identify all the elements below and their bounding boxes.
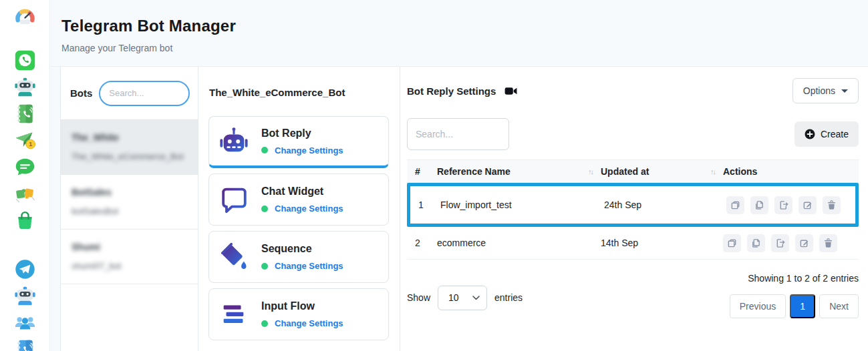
column-header-label: Reference Name — [437, 166, 511, 177]
column-header-actions: Actions — [723, 166, 859, 177]
bot-item-title: BotSales — [71, 187, 187, 198]
menu-card-input-flow[interactable]: Input Flow Change Settings — [208, 288, 389, 340]
robot-green-icon[interactable] — [14, 76, 36, 98]
duplicate-button[interactable] — [723, 234, 741, 252]
bot-list-item-selected[interactable]: The_White The_White_eCommerce_Bot — [61, 120, 198, 175]
row-number: 2 — [407, 238, 437, 248]
main-area: Telegram Bot Manager Manage your Telegra… — [50, 0, 868, 351]
export-button[interactable] — [771, 234, 789, 252]
delete-button[interactable] — [823, 196, 841, 214]
contacts-green-icon[interactable] — [14, 103, 36, 125]
options-button[interactable]: Options — [792, 78, 859, 103]
menu-card-label: Sequence — [261, 243, 343, 255]
page-size-value: 10 — [448, 292, 459, 303]
copy-icon — [754, 200, 764, 210]
whatsapp-icon[interactable] — [14, 49, 36, 71]
duplicate-icon — [730, 200, 740, 210]
column-header-updated-at[interactable]: Updated at ↑↓ — [601, 166, 723, 177]
app-icon-sidebar: 1 — [0, 0, 50, 351]
bots-label: Bots — [70, 87, 92, 99]
row-reference-name: ecommerce — [437, 238, 601, 248]
plus-circle-icon — [805, 129, 815, 139]
telegram-icon[interactable] — [14, 258, 36, 280]
robot-blue-icon[interactable] — [14, 285, 36, 307]
page-subtitle: Manage your Telegram bot — [61, 43, 868, 53]
sequence-paint-bucket-icon — [219, 242, 249, 272]
delete-button[interactable] — [819, 234, 837, 252]
duplicate-icon — [727, 238, 737, 248]
change-settings-link[interactable]: Change Settings — [275, 261, 343, 271]
table-row-highlighted[interactable]: 1 Flow_import_test 24th Sep — [407, 183, 859, 227]
bot-reply-settings-panel: Bot Reply Settings Options — [400, 67, 868, 351]
group-blue-icon[interactable] — [14, 312, 36, 334]
current-page-button[interactable]: 1 — [790, 294, 815, 318]
copy-button[interactable] — [747, 234, 765, 252]
bots-panel: Bots The_White The_White_eCommerce_Bot B… — [60, 67, 198, 351]
create-button[interactable]: Create — [794, 121, 859, 147]
change-settings-link[interactable]: Change Settings — [275, 204, 343, 214]
row-actions — [726, 196, 855, 214]
pagination: Previous 1 Next — [730, 294, 859, 318]
chevron-down-icon — [841, 89, 848, 93]
export-button[interactable] — [774, 196, 792, 214]
bot-item-title: The_White — [71, 132, 187, 143]
table-search-input[interactable] — [407, 118, 509, 150]
menu-card-label: Bot Reply — [261, 127, 343, 139]
campaign-plane-icon[interactable]: 1 — [14, 129, 36, 151]
table-row[interactable]: 2 ecommerce 14th Sep — [407, 227, 859, 260]
svg-text:1: 1 — [29, 141, 32, 147]
change-settings-link[interactable]: Change Settings — [275, 145, 343, 155]
chevron-down-icon — [472, 296, 480, 300]
bot-reply-robot-icon — [219, 126, 249, 157]
change-settings-link[interactable]: Change Settings — [275, 318, 343, 328]
export-icon — [775, 238, 785, 248]
bot-item-username: shumi07_bot — [71, 260, 187, 273]
panel-title: Bot Reply Settings — [407, 85, 496, 97]
page-title: Telegram Bot Manager — [61, 17, 868, 35]
bot-list-item[interactable]: BotSales botSalesBot — [61, 175, 198, 230]
menu-card-chat-widget[interactable]: Chat Widget Change Settings — [208, 173, 389, 226]
row-updated-at: 24th Sep — [604, 200, 726, 210]
menu-card-text: Input Flow Change Settings — [261, 300, 343, 328]
status-dot-icon — [261, 320, 268, 327]
input-flow-bars-icon — [219, 299, 249, 330]
chat-green-icon[interactable] — [14, 156, 36, 178]
row-actions — [723, 234, 859, 252]
bot-reply-table: # Reference Name ↑↓ Updated at ↑↓ Action… — [407, 159, 859, 260]
previous-page-button[interactable]: Previous — [730, 294, 786, 318]
bot-item-title: Shumi — [71, 242, 187, 252]
duplicate-button[interactable] — [726, 196, 744, 214]
copy-button[interactable] — [750, 196, 768, 214]
showing-entries-text: Showing 1 to 2 of 2 entries — [748, 273, 859, 284]
column-header-reference-name[interactable]: Reference Name ↑↓ — [437, 166, 601, 177]
next-page-button[interactable]: Next — [819, 294, 859, 318]
video-camera-icon[interactable] — [504, 86, 517, 96]
row-number: 1 — [410, 200, 440, 210]
edit-button[interactable] — [795, 234, 813, 252]
show-label: Show — [407, 292, 430, 303]
bot-menu-panel: The_White_eCommerce_Bot Bot Repl — [198, 67, 400, 351]
content-area: Bots The_White The_White_eCommerce_Bot B… — [50, 67, 868, 351]
contacts-blue-icon[interactable] — [14, 338, 36, 351]
page-size-select[interactable]: 10 — [438, 286, 487, 310]
delete-icon — [823, 238, 833, 248]
copy-icon — [751, 238, 761, 248]
edit-icon — [799, 238, 809, 248]
menu-card-bot-reply[interactable]: Bot Reply Change Settings — [208, 116, 389, 168]
sort-icon[interactable]: ↑↓ — [588, 167, 593, 176]
edit-icon — [803, 200, 813, 210]
column-header-num: # — [407, 166, 437, 177]
create-button-label: Create — [821, 129, 849, 139]
delete-icon — [827, 200, 837, 210]
sort-icon[interactable]: ↑↓ — [710, 167, 715, 176]
bots-search-input[interactable] — [99, 81, 190, 106]
menu-card-label: Input Flow — [261, 300, 343, 312]
edit-button[interactable] — [799, 196, 817, 214]
shop-bag-icon[interactable] — [14, 210, 36, 232]
status-dot-icon — [261, 263, 268, 270]
integrations-puzzle-icon[interactable] — [14, 183, 36, 205]
dashboard-gauge-icon[interactable] — [14, 7, 36, 29]
bot-list-item[interactable]: Shumi shumi07_bot — [61, 230, 198, 284]
bot-item-username: The_White_eCommerce_Bot — [71, 151, 187, 163]
menu-card-sequence[interactable]: Sequence Change Settings — [208, 231, 389, 283]
